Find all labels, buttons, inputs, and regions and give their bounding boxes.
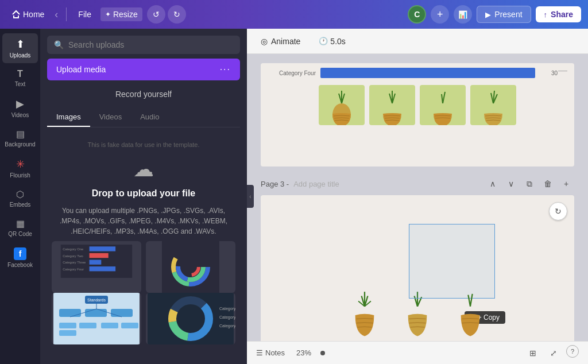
uploads-panel: 🔍 Upload media ··· Record yourself Image… xyxy=(40,29,247,364)
flourish-icon: ✳ xyxy=(16,158,25,171)
template-card-bar[interactable]: Category One Category Two Category Three… xyxy=(52,241,141,293)
main-layout: ⬆ Uploads T Text ▶ Videos ▤ Background ✳… xyxy=(0,29,588,364)
svg-line-59 xyxy=(470,294,473,307)
animate-button[interactable]: ◎ Animate xyxy=(256,34,305,48)
chart-row-4: Category Four 30 xyxy=(261,63,574,80)
file-button[interactable]: File xyxy=(74,7,96,21)
svg-text:Category A: Category A xyxy=(219,307,235,311)
sidebar-item-text[interactable]: T Text xyxy=(2,64,38,92)
search-bar: 🔍 xyxy=(47,36,240,54)
svg-rect-27 xyxy=(79,323,96,328)
page3-pineapple-1 xyxy=(342,281,388,339)
svg-text:Category One: Category One xyxy=(63,247,83,251)
template-card-donut[interactable]: Category A Category B Category C xyxy=(146,293,235,344)
drop-placeholder: ☁ Drop to upload your file You can uploa… xyxy=(52,157,235,237)
svg-text:Standards: Standards xyxy=(87,298,106,302)
bottom-right-group: ⊞ ⤢ ? xyxy=(525,345,579,361)
slide-page3[interactable]: ↻ xyxy=(261,195,574,341)
upload-icon: ⬆ xyxy=(16,38,25,51)
home-button[interactable]: Home xyxy=(7,7,49,21)
expand-button[interactable]: ∧ xyxy=(485,176,501,192)
svg-text:Category Three: Category Three xyxy=(63,261,86,264)
pineapple-1 xyxy=(319,85,365,125)
svg-rect-29 xyxy=(121,323,138,328)
sidebar-item-uploads[interactable]: ⬆ Uploads xyxy=(2,33,38,63)
help-button[interactable]: ? xyxy=(566,345,579,358)
svg-text:Category C: Category C xyxy=(219,324,235,328)
animate-icon: ◎ xyxy=(261,37,268,46)
drop-desc: You can upload multiple .PNGs, .JPGs, .S… xyxy=(52,206,235,237)
drop-zone: This is fake data for use in the templat… xyxy=(40,127,247,364)
tab-audio[interactable]: Audio xyxy=(131,108,168,127)
upload-media-button[interactable]: Upload media ··· xyxy=(47,59,240,80)
time-button[interactable]: 🕐 5.0s xyxy=(314,34,350,48)
pineapple-row-1 xyxy=(261,80,574,130)
animate-bar: ◎ Animate 🕐 5.0s xyxy=(247,29,588,54)
undo-redo-group: ↺ ↻ xyxy=(147,5,186,24)
upload-cloud-icon: ☁ xyxy=(133,157,154,181)
sidebar-item-videos[interactable]: ▶ Videos xyxy=(2,93,38,123)
svg-text:Category Four: Category Four xyxy=(63,268,84,271)
share-button[interactable]: ↑ Share xyxy=(536,6,581,22)
more-options-button[interactable]: + xyxy=(558,176,574,192)
background-icon: ▤ xyxy=(16,129,25,140)
fullscreen-button[interactable]: ⤢ xyxy=(546,345,562,361)
clock-icon: 🕐 xyxy=(319,37,328,45)
chart-bar-wrap-4 xyxy=(320,68,547,78)
sidebar-item-qrcode[interactable]: ▦ QR Code xyxy=(2,214,38,242)
undo-button[interactable]: ↺ xyxy=(147,5,165,24)
page-3-header: Page 3 - Add page title ∧ ∨ ⧉ 🗑 + xyxy=(261,176,574,192)
svg-rect-20 xyxy=(85,309,107,317)
sidebar-item-background[interactable]: ▤ Background xyxy=(2,124,38,152)
svg-rect-8 xyxy=(90,266,116,271)
add-button[interactable]: + xyxy=(431,5,449,24)
collapse-button[interactable]: ∨ xyxy=(503,176,519,192)
pineapple-4 xyxy=(470,85,516,125)
avatar[interactable]: C xyxy=(408,5,426,24)
search-input[interactable] xyxy=(68,40,233,49)
pineapple-2 xyxy=(369,85,415,125)
template-card-org[interactable]: Standards xyxy=(52,293,141,344)
drop-title: Drop to upload your file xyxy=(92,188,195,199)
svg-rect-28 xyxy=(101,323,118,328)
notes-button[interactable]: ☰ Notes xyxy=(256,348,285,357)
collapse-handle[interactable]: ‹ xyxy=(247,185,254,208)
sidebar-item-flourish[interactable]: ✳ Flourish xyxy=(2,153,38,183)
duplicate-button[interactable]: ⧉ xyxy=(521,176,537,192)
record-yourself-button[interactable]: Record yourself xyxy=(47,85,240,103)
svg-rect-19 xyxy=(59,309,81,317)
page-container-1: — Category Four 30 xyxy=(261,63,574,166)
svg-rect-21 xyxy=(111,309,133,317)
canvas-scroll[interactable]: — Category Four 30 xyxy=(247,54,588,341)
resize-button[interactable]: ✦ Resize xyxy=(100,7,142,21)
tab-images[interactable]: Images xyxy=(47,108,90,127)
tab-videos[interactable]: Videos xyxy=(90,108,131,127)
sidebar-item-embeds[interactable]: ⬡ Embeds xyxy=(2,184,38,212)
grid-view-button[interactable]: ⊞ xyxy=(525,345,541,361)
page-3-actions: ∧ ∨ ⧉ 🗑 + xyxy=(485,176,574,192)
present-button[interactable]: ▶ Present xyxy=(477,6,531,23)
facebook-icon: f xyxy=(14,247,26,260)
redo-button[interactable]: ↻ xyxy=(168,5,186,24)
bottom-toolbar: ☰ Notes 23% ⊞ ⤢ ? xyxy=(247,341,588,364)
videos-icon: ▶ xyxy=(16,98,24,110)
svg-rect-4 xyxy=(90,253,109,258)
more-icon: ··· xyxy=(220,64,231,75)
chart-bar-4 xyxy=(320,68,535,78)
template-grid: Category One Category Two Category Three… xyxy=(52,241,235,293)
slide-page1[interactable]: — Category Four 30 xyxy=(261,63,574,166)
page-3-title[interactable]: Add page title xyxy=(293,180,339,188)
svg-rect-2 xyxy=(90,246,116,251)
fake-data-notice: This is fake data for use in the templat… xyxy=(87,141,199,148)
template-card-radial[interactable] xyxy=(146,241,235,293)
scroll-indicator: — xyxy=(558,65,567,76)
sidebar-item-facebook[interactable]: f Facebook xyxy=(2,243,38,273)
zoom-level: 23% xyxy=(296,348,311,357)
template-grid-2: Standards xyxy=(52,293,235,344)
page3-pineapple-3 xyxy=(447,281,493,339)
text-icon: T xyxy=(17,69,23,79)
page-3-number: Page 3 - xyxy=(261,180,289,188)
chart-icon[interactable]: 📊 xyxy=(454,5,472,24)
delete-button[interactable]: 🗑 xyxy=(540,176,556,192)
zoom-dot xyxy=(320,351,325,355)
